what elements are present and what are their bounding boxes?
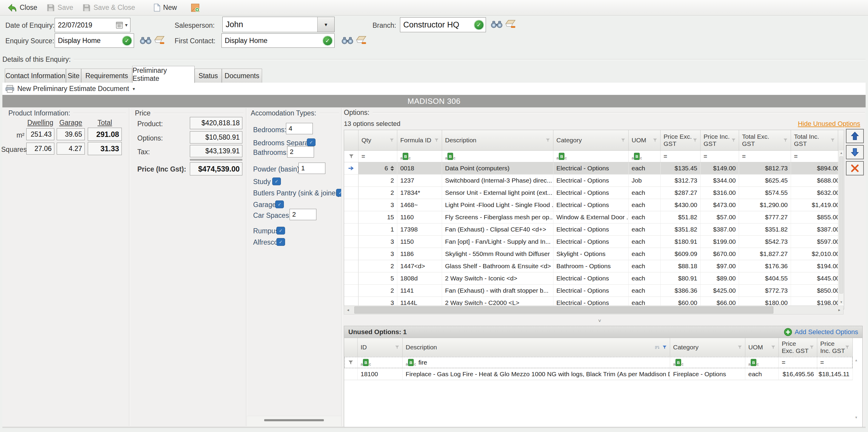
cell-price-exc[interactable]: $609.09 (660, 248, 701, 260)
options-table-row[interactable]: 2 1447<d> Glass Shelf - Bathroom & Ensui… (344, 260, 844, 272)
branch-input[interactable] (403, 20, 474, 30)
cell-description[interactable]: Fly Screens - Fiberglass mesh per op... (442, 211, 553, 223)
m2-dwelling-value[interactable]: 251.43 (26, 128, 54, 140)
cell-formula-id[interactable]: 1186 (397, 248, 442, 260)
cell-category[interactable]: Electrical - Options (553, 224, 629, 235)
cell-uom[interactable]: each (629, 211, 660, 223)
new-estimate-document-button[interactable]: New Preliminary Estimate Document (17, 85, 129, 93)
cell-total-exc[interactable]: $772.73 (739, 285, 791, 297)
cell-uom[interactable]: each (745, 368, 779, 380)
calendar-icon[interactable]: ▼ (116, 21, 128, 29)
m2-garage-value[interactable]: 39.65 (57, 128, 85, 140)
column-header-description[interactable]: Description (403, 338, 670, 357)
enquiry-source-input[interactable] (58, 37, 122, 45)
dropdown-caret-icon[interactable]: ▾ (133, 86, 135, 92)
cell-price-inc[interactable]: $316.00 (701, 187, 739, 199)
cell-uom[interactable]: each (629, 260, 660, 272)
cell-description[interactable]: Fan (Exhaust) - Clipsal CEF40 <d+> (442, 224, 553, 235)
filter-total-inc[interactable]: = (791, 151, 838, 162)
cell-total-inc[interactable]: $597.00 (791, 236, 838, 247)
panel-splitter[interactable] (247, 416, 341, 427)
options-table-row[interactable]: 5 1808d 2 Way Switch - Iconic <d> Electr… (344, 272, 844, 285)
cell-price-exc[interactable]: $80.91 (660, 272, 701, 284)
cell-price-exc[interactable]: $430.00 (660, 199, 701, 211)
column-header-qty[interactable]: Qty (359, 130, 397, 151)
cell-description[interactable]: 2 Way Switch - Iconic <d> (442, 272, 553, 284)
cell-price-inc[interactable]: $89.00 (701, 272, 739, 284)
date-of-enquiry-field[interactable]: ▼ (55, 18, 130, 32)
cell-category[interactable]: Electrical - Options (553, 162, 629, 174)
salesperson-dropdown-button[interactable]: ▼ (317, 17, 334, 32)
cell-category[interactable]: Skylight - Options (553, 248, 629, 260)
filter-category[interactable]: aBc (553, 151, 629, 162)
save-and-close-button[interactable]: Save & Close (78, 1, 140, 14)
cell-total-exc[interactable]: $812.73 (739, 162, 791, 174)
branch-field[interactable]: ✓ (400, 17, 486, 32)
filter-id[interactable]: aBc (358, 357, 403, 368)
branch-search-binoculars-icon[interactable] (490, 19, 503, 30)
column-header-price-exc-gst[interactable]: Price Exc. GST (779, 338, 817, 357)
cell-price-inc[interactable]: $149.00 (701, 162, 739, 174)
cell-formula-id[interactable]: 1150 (397, 236, 442, 247)
move-option-up-button[interactable] (846, 129, 864, 143)
cell-category[interactable]: Electrical - Options (553, 285, 629, 297)
butlers-pantry-checkbox[interactable]: ✓ (336, 189, 341, 197)
column-header-total-exc-gst[interactable]: Total Exc. GST (739, 130, 791, 151)
cell-description[interactable]: Skylight - 550mm Round with Diffuser (442, 248, 553, 260)
tab-site[interactable]: Site (66, 69, 81, 83)
cell-total-inc[interactable]: $855.00 (791, 211, 838, 223)
squares-garage-value[interactable]: 4.27 (57, 143, 85, 155)
cell-id[interactable]: 18100 (358, 368, 403, 380)
scroll-down-arrow[interactable]: ▼ (839, 300, 844, 305)
bedrooms-value[interactable] (286, 123, 312, 134)
cell-uom[interactable]: each (629, 199, 660, 211)
filter-description[interactable]: aBc (442, 151, 553, 162)
cell-category[interactable]: Electrical - Options (553, 199, 629, 211)
cell-category[interactable]: Electrical - Options (553, 174, 629, 187)
study-checkbox[interactable]: ✓ (272, 177, 281, 185)
cell-description[interactable]: Fireplace - Gas Log Fire - Heat & Glo Me… (403, 368, 670, 380)
cell-total-inc[interactable]: $850.00 (791, 285, 838, 297)
filter-funnel-icon[interactable] (344, 357, 358, 368)
first-contact-input[interactable] (225, 37, 323, 45)
filter-formula-id[interactable]: aBc (397, 151, 442, 162)
cell-category[interactable]: Electrical - Options (553, 187, 629, 199)
cell-total-exc[interactable]: $777.27 (739, 211, 791, 223)
column-header-total-inc-gst[interactable]: Total Inc. GST (791, 130, 838, 151)
cell-total-inc[interactable]: $445.00 (791, 272, 838, 284)
cell-price-inc[interactable]: $344.00 (701, 174, 739, 187)
cell-category[interactable]: Window & External Door ... (553, 211, 629, 223)
cell-total-exc[interactable]: $1,827.27 (739, 248, 791, 260)
scrollbar-thumb[interactable] (839, 156, 843, 294)
scrollbar-thumb[interactable] (354, 306, 773, 313)
move-option-down-button[interactable] (846, 145, 864, 159)
cell-total-exc[interactable]: $176.36 (739, 260, 791, 272)
cell-total-exc[interactable]: $351.82 (739, 224, 791, 235)
scroll-up-arrow[interactable]: ▲ (855, 358, 858, 362)
car-spaces-value[interactable] (290, 209, 316, 220)
bedrooms-separate-checkbox[interactable]: ✓ (307, 138, 315, 146)
cell-total-inc[interactable]: $688.00 (791, 174, 838, 187)
cell-formula-id[interactable]: 1808d (397, 272, 442, 284)
branch-clear-eraser-icon[interactable] (504, 19, 517, 29)
filter-description[interactable]: aBcfire (403, 357, 670, 368)
scroll-up-arrow[interactable]: ▲ (839, 151, 844, 156)
filter-qty[interactable]: = (359, 151, 397, 162)
cell-qty[interactable]: 1 (359, 224, 397, 235)
cell-qty[interactable]: 2 (359, 187, 397, 199)
column-header-uom[interactable]: UOM (745, 338, 779, 357)
cell-price-exc[interactable]: $16,495.56 (779, 368, 817, 380)
cell-uom[interactable]: each (629, 224, 660, 235)
date-input[interactable] (58, 21, 116, 29)
options-horizontal-scrollbar[interactable]: ◄ ► (344, 305, 843, 314)
cell-price-inc[interactable]: $57.00 (701, 211, 739, 223)
add-note-button[interactable] (186, 1, 205, 14)
options-table-row[interactable]: 3 1468~ Light Point -Flood Light - Singl… (344, 199, 844, 211)
column-header-id[interactable]: ID (358, 338, 403, 357)
cell-category[interactable]: Electrical - Options (553, 272, 629, 284)
column-header-description[interactable]: Description (442, 130, 553, 151)
cell-total-exc[interactable]: $625.45 (739, 174, 791, 187)
scroll-left-arrow[interactable]: ◄ (344, 306, 352, 314)
cell-price-inc[interactable]: $473.00 (701, 199, 739, 211)
filter-funnel-icon[interactable] (344, 151, 359, 162)
